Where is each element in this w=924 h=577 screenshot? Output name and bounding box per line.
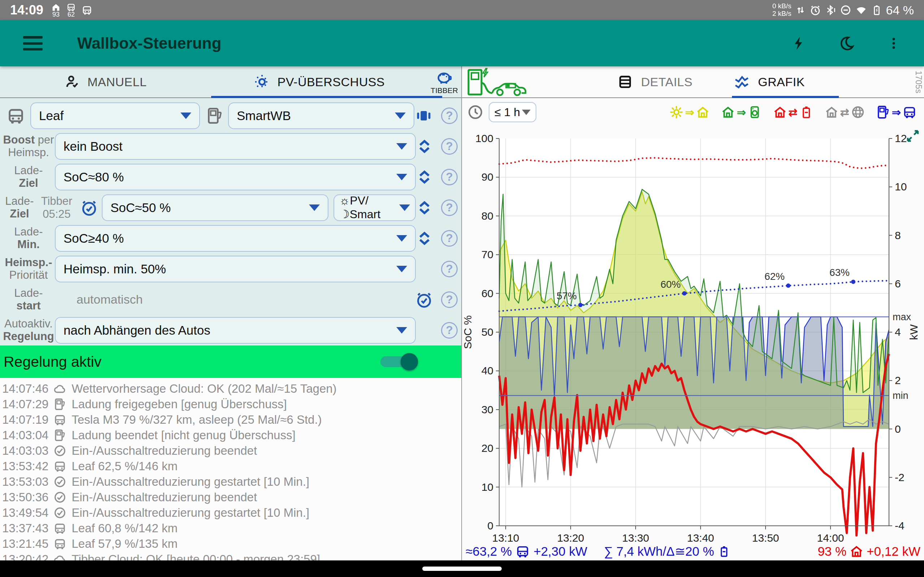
- log-text: Ladung freigegeben [genug Überschuss]: [71, 397, 287, 411]
- menu-button[interactable]: [23, 36, 43, 50]
- wallbox-icon: [876, 105, 890, 119]
- regelung-aktiv-label: Regelung aktiv: [3, 353, 102, 371]
- tibber-ziel-select[interactable]: SoC≈50 %: [102, 194, 328, 221]
- power-soc-chart[interactable]: maxmin57%60%62%63%13:1013:2013:3013:4013…: [462, 126, 923, 543]
- uplink-speed: 0 kB/s: [772, 3, 792, 10]
- dark-mode-button[interactable]: [839, 35, 855, 51]
- tibber-ziel-value: SoC≈50 %: [110, 200, 171, 215]
- log-time: 14:03:03: [2, 444, 48, 458]
- carousel-view-button[interactable]: [414, 106, 433, 125]
- legend-wallbox-to-car[interactable]: ⇒: [876, 105, 917, 119]
- log-text: Leaf 57,9 %/135 km: [71, 537, 178, 551]
- mode-tabs: MANUELL PV-ÜBERSCHUSS TIBBER: [0, 66, 461, 98]
- alarm-check-button[interactable]: [415, 291, 433, 309]
- svg-text:13:30: 13:30: [622, 532, 649, 543]
- tibber-mode-select[interactable]: ☼PV/☽Smart: [333, 194, 416, 221]
- control-panel: MANUELL PV-ÜBERSCHUSS TIBBER Leaf: [0, 66, 462, 561]
- lade-min-value: SoC≥40 %: [63, 231, 124, 246]
- tab-manuell[interactable]: MANUELL: [0, 66, 211, 97]
- alarm-check-button[interactable]: [80, 199, 98, 217]
- log-time: 13:37:43: [2, 521, 48, 535]
- house-icon: [773, 105, 787, 119]
- active-tab-underline: [211, 96, 442, 98]
- autoaktiv-value: nach Abhängen des Autos: [63, 323, 210, 338]
- log-entry: 13:53:42Leaf 62,5 %/146 km: [2, 458, 461, 474]
- home-counter: 93: [52, 11, 60, 18]
- svg-text:100: 100: [475, 132, 493, 144]
- tab-manuell-label: MANUELL: [87, 75, 147, 89]
- svg-text:63%: 63%: [829, 267, 850, 278]
- log-entry: 13:53:03Ein-/Ausschaltreduzierung gestar…: [2, 474, 461, 489]
- tab-pv-ueberschuss[interactable]: PV-ÜBERSCHUSS: [211, 66, 428, 97]
- autoaktiv-select[interactable]: nach Abhängen des Autos: [55, 317, 416, 344]
- svg-text:14:00: 14:00: [817, 532, 844, 543]
- stepper-buttons[interactable]: [416, 138, 433, 155]
- help-button[interactable]: ?: [441, 169, 458, 185]
- svg-text:57%: 57%: [557, 290, 577, 301]
- legend-pv-to-home[interactable]: ⇒: [669, 105, 710, 119]
- log-text: Leaf 62,5 %/146 km: [71, 459, 178, 473]
- boost-bolt-button[interactable]: [791, 35, 807, 51]
- dropdown-caret-icon: [181, 113, 191, 119]
- event-log[interactable]: 14:07:46Wettervorhersage Cloud: OK (202 …: [0, 378, 461, 561]
- svg-text:0: 0: [487, 520, 493, 532]
- updown-arrows-icon: [795, 5, 806, 16]
- svg-text:8: 8: [895, 229, 901, 241]
- legend-home-to-appliance[interactable]: ⇒: [721, 105, 762, 119]
- tibber-button[interactable]: TIBBER: [427, 69, 461, 95]
- help-button[interactable]: ?: [441, 292, 458, 308]
- lade-min-select[interactable]: SoC≥40 %: [55, 225, 416, 252]
- svg-text:62%: 62%: [764, 271, 785, 282]
- help-button[interactable]: ?: [441, 200, 458, 216]
- help-button[interactable]: ?: [441, 138, 458, 155]
- lade-ziel-label: Lade-Ziel: [2, 164, 55, 189]
- heimspeicher-prio-select[interactable]: Heimsp. min. 50%: [55, 256, 416, 282]
- globe-icon: [851, 105, 865, 119]
- ladestart-label: Lade-start: [2, 287, 55, 312]
- heimspeicher-prio-label: Heimsp.-Priorität: [2, 256, 55, 281]
- regelung-toggle[interactable]: [380, 356, 415, 368]
- stepper-buttons[interactable]: [416, 230, 433, 247]
- regelung-aktiv-banner: Regelung aktiv: [0, 345, 461, 378]
- help-button[interactable]: ?: [441, 322, 458, 338]
- help-button[interactable]: ?: [441, 261, 458, 277]
- fullscreen-button[interactable]: [905, 128, 921, 143]
- boost-label: Boost perHeimsp.: [2, 134, 55, 159]
- stepper-buttons[interactable]: [416, 199, 433, 216]
- help-button[interactable]: ?: [441, 108, 458, 124]
- log-time: 14:07:29: [2, 397, 48, 411]
- gesture-pill[interactable]: [422, 567, 502, 571]
- legend-home-grid[interactable]: ⇄: [824, 105, 865, 119]
- overflow-menu-button[interactable]: [887, 36, 901, 50]
- home-notification: 93: [51, 3, 61, 18]
- tab-details[interactable]: DETAILS: [617, 74, 693, 90]
- ladestart-value: automatisch: [55, 292, 415, 306]
- autoaktiv-row: Autoaktiv.Regelung nach Abhängen des Aut…: [2, 315, 459, 345]
- log-entry: 14:03:04Ladung beendet [nicht genug Über…: [2, 427, 461, 443]
- wallbox-icon: [206, 107, 224, 125]
- dropdown-caret-icon: [399, 205, 410, 211]
- stepper-buttons[interactable]: [416, 168, 433, 186]
- boost-row: Boost perHeimsp. kein Boost ?: [2, 131, 459, 161]
- tab-grafik[interactable]: GRAFIK: [733, 74, 805, 90]
- wallbox-select[interactable]: SmartWB: [228, 102, 414, 129]
- arrow-icon: ⇒: [892, 106, 901, 119]
- log-time: 13:21:45: [2, 537, 48, 551]
- car-counter: 62: [68, 11, 75, 18]
- app-bar: Wallbox-Steuerung: [0, 20, 924, 66]
- vehicle-select[interactable]: Leaf: [30, 102, 200, 129]
- lade-ziel-select[interactable]: SoC≈80 %: [55, 164, 416, 190]
- boost-select[interactable]: kein Boost: [55, 133, 416, 160]
- help-button[interactable]: ?: [441, 230, 458, 247]
- svg-text:6: 6: [895, 278, 901, 290]
- legend-home-battery[interactable]: ⇄: [773, 105, 814, 119]
- svg-text:50: 50: [481, 326, 493, 338]
- svg-text:0: 0: [895, 423, 901, 435]
- svg-text:10: 10: [481, 481, 493, 493]
- house-icon: [824, 105, 839, 119]
- svg-text:2: 2: [895, 374, 901, 386]
- status-time: 14:09: [10, 3, 43, 18]
- check-icon: [53, 475, 66, 488]
- log-time: 13:53:03: [2, 475, 48, 488]
- time-range-select[interactable]: ≤ 1 h: [489, 102, 536, 122]
